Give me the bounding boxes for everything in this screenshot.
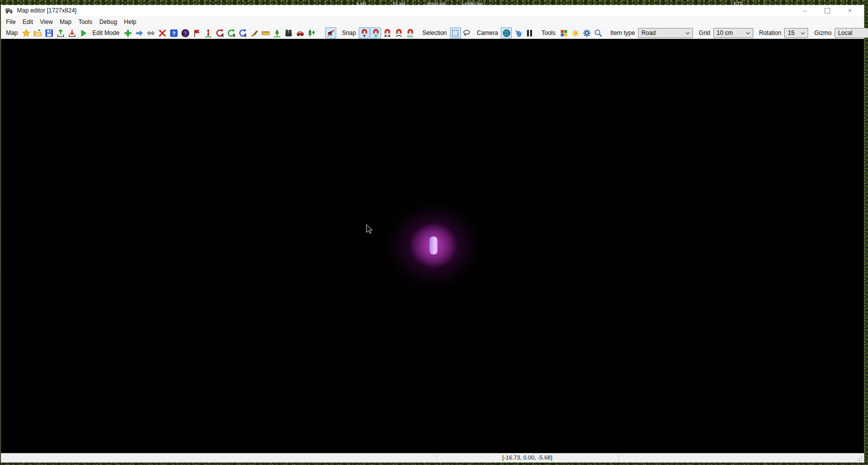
- menu-map[interactable]: Map: [56, 17, 75, 27]
- group-label-map: Map: [6, 29, 17, 36]
- search-button[interactable]: [593, 27, 604, 38]
- add-item-button[interactable]: [122, 27, 133, 38]
- item-info-button[interactable]: ?: [180, 27, 191, 38]
- help-circle-icon: ?: [181, 29, 190, 37]
- svg-text:?: ?: [184, 30, 187, 36]
- world-camera-button[interactable]: [501, 27, 512, 38]
- plus-icon: [124, 29, 132, 37]
- menu-view[interactable]: View: [36, 17, 56, 27]
- snap-eol-button[interactable]: EOL: [405, 27, 416, 38]
- pause-camera-button[interactable]: [524, 27, 535, 38]
- stretch-item-button[interactable]: [145, 27, 156, 38]
- statusbar-separator: [619, 455, 619, 462]
- resize-grip[interactable]: [857, 456, 863, 462]
- camera-path-button[interactable]: [283, 27, 294, 38]
- run-button[interactable]: [78, 27, 89, 38]
- maximize-button[interactable]: [816, 5, 839, 16]
- title-bar: Map editor [1727x824] – ×: [1, 5, 864, 16]
- speaker-muted-icon: [327, 29, 335, 37]
- item-type-combo[interactable]: Road: [638, 28, 693, 38]
- group-label-selection: Selection: [422, 29, 446, 36]
- brush-icon: [250, 29, 258, 37]
- combo-label-gizmo: Gizmo: [814, 29, 832, 36]
- rotate-z-button[interactable]: z: [237, 27, 248, 38]
- item-properties-button[interactable]: ?: [168, 27, 179, 38]
- globe-icon: [502, 29, 511, 37]
- menu-file[interactable]: File: [2, 17, 19, 27]
- maximize-icon: [825, 8, 830, 13]
- menu-help[interactable]: Help: [121, 17, 140, 27]
- delete-item-button[interactable]: [157, 27, 168, 38]
- snap-curve-button[interactable]: [393, 27, 404, 38]
- svg-text:z: z: [244, 32, 246, 37]
- floppy-icon: [45, 29, 53, 37]
- arrow-right-icon: [135, 29, 144, 37]
- ruler-icon: [261, 29, 270, 37]
- move-item-button[interactable]: [134, 27, 145, 38]
- magnet-edge-icon: [383, 29, 392, 37]
- chevron-down-icon: [746, 29, 750, 36]
- group-label-snap: Snap: [342, 29, 356, 36]
- group-label-tools: Tools: [541, 29, 555, 36]
- select-rect-icon: [451, 29, 459, 37]
- flag-icon: [193, 29, 201, 37]
- mute-sound-button[interactable]: [325, 27, 336, 38]
- item-type-value: Road: [642, 29, 656, 36]
- traffic-tool-button[interactable]: [294, 27, 305, 38]
- close-button[interactable]: ×: [839, 5, 861, 16]
- rotation-combo[interactable]: 15: [784, 28, 808, 38]
- menu-bar: FileEditViewMapToolsDebugHelp: [1, 16, 864, 27]
- measure-button[interactable]: [260, 27, 271, 38]
- svg-text:x: x: [221, 32, 224, 37]
- rotate-y-button[interactable]: y: [225, 27, 236, 38]
- statusbar-separator: [436, 455, 436, 462]
- favorites-button[interactable]: [20, 27, 31, 38]
- trees-icon: [307, 29, 316, 37]
- pause-icon: [525, 29, 534, 37]
- forest-tool-button[interactable]: [306, 27, 317, 38]
- arrow-double-icon: [147, 29, 155, 37]
- delete-x-icon: [158, 29, 167, 37]
- snap-node-button[interactable]: [359, 27, 370, 38]
- help-square-icon: ?: [170, 29, 178, 37]
- combo-label-grid: Grid: [699, 29, 710, 36]
- selected-road-item[interactable]: [430, 236, 437, 254]
- vegetation-button[interactable]: [271, 27, 282, 38]
- rotate-x-button[interactable]: x: [214, 27, 225, 38]
- layout-tool-button[interactable]: [558, 27, 569, 38]
- minimize-button[interactable]: –: [794, 5, 816, 16]
- bird-icon: [514, 29, 522, 37]
- bird-camera-button[interactable]: [512, 27, 523, 38]
- map-viewport[interactable]: [1, 39, 864, 453]
- window-title: Map editor [1727x824]: [17, 7, 76, 14]
- status-bar: [-16.73, 0.00, -5.68]: [1, 453, 864, 463]
- snap-edge-button[interactable]: [382, 27, 393, 38]
- menu-edit[interactable]: Edit: [19, 17, 36, 27]
- lasso-select-button[interactable]: [461, 27, 472, 38]
- save-map-button[interactable]: [43, 27, 54, 38]
- grid-combo[interactable]: 10 cm: [713, 28, 753, 38]
- rect-select-button[interactable]: [450, 27, 461, 38]
- terrain-brush-button[interactable]: [248, 27, 259, 38]
- export-button[interactable]: [66, 27, 77, 38]
- lighting-tool-button[interactable]: [570, 27, 581, 38]
- menu-debug[interactable]: Debug: [96, 17, 120, 27]
- rotation-value: 15: [788, 29, 794, 36]
- open-map-button[interactable]: [32, 27, 43, 38]
- svg-text:?: ?: [172, 29, 176, 36]
- snap-new-item-button[interactable]: [370, 27, 381, 38]
- folder-open-icon: [33, 29, 42, 37]
- flag-marker-button[interactable]: [191, 27, 202, 38]
- combo-label-item-type: Item type: [610, 29, 635, 36]
- magnet-eol-icon: EOL: [406, 29, 415, 37]
- group-label-edit-mode: Edit Mode: [92, 29, 119, 36]
- elevation-button[interactable]: [203, 27, 214, 38]
- import-button[interactable]: [55, 27, 66, 38]
- mouse-cursor-icon: [366, 224, 373, 235]
- magnet-plus-icon: [372, 29, 380, 37]
- gizmo-combo[interactable]: Local: [835, 28, 868, 38]
- gizmo-value: Local: [838, 29, 853, 36]
- rotate-y-icon: y: [227, 29, 235, 37]
- menu-tools[interactable]: Tools: [75, 17, 96, 27]
- settings-button[interactable]: [581, 27, 592, 38]
